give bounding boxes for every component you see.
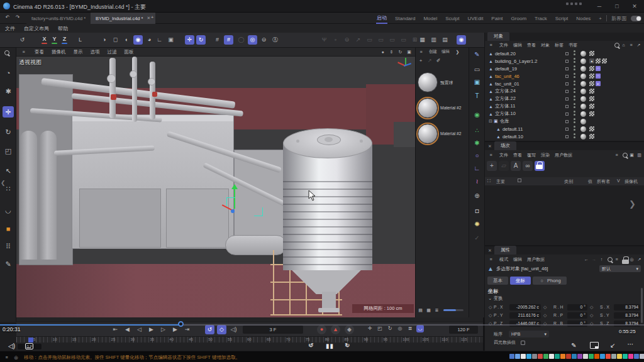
- grid-sm-icon[interactable]: ▦: [425, 307, 432, 314]
- menu-icon[interactable]: ≡: [487, 41, 494, 48]
- folder-icon[interactable]: ▱: [499, 161, 509, 171]
- enable-toggle[interactable]: [565, 112, 569, 116]
- light-icon[interactable]: ✺: [472, 219, 482, 229]
- lock-icon[interactable]: [621, 256, 628, 263]
- pause-button[interactable]: ▮▮: [325, 341, 335, 351]
- rotate-icon[interactable]: ↻: [3, 126, 14, 138]
- auto-take-icon[interactable]: A: [511, 161, 521, 171]
- tri-tag-icon[interactable]: ▲: [589, 58, 594, 63]
- attr-tab-Phong[interactable]: ○Phong: [533, 277, 567, 285]
- band-rotate-icon[interactable]: ↻: [196, 35, 206, 45]
- live-selection-icon[interactable]: ◔: [3, 67, 14, 79]
- object-row[interactable]: ▲building_6_Layer1.2▲: [485, 57, 644, 65]
- tex-tag-icon[interactable]: [589, 126, 594, 131]
- add-icon[interactable]: +: [487, 161, 497, 171]
- tex-tag-icon[interactable]: [589, 104, 594, 109]
- visibility-dots[interactable]: [574, 65, 576, 72]
- layout-tab[interactable]: Model: [423, 14, 438, 23]
- layout-tab[interactable]: Nodes: [575, 14, 591, 23]
- rec-pla-icon[interactable]: ≣: [406, 325, 414, 332]
- menu-icon[interactable]: ≡: [418, 48, 425, 55]
- annotate-icon[interactable]: Ⓐ: [270, 35, 280, 45]
- popout-icon[interactable]: ↗: [636, 256, 643, 263]
- menu-item[interactable]: 文件: [5, 25, 15, 32]
- check-icon[interactable]: ✓: [472, 233, 482, 243]
- more-button[interactable]: ⋯: [625, 339, 636, 349]
- material-item[interactable]: 预置球: [416, 70, 469, 96]
- tex-tag-icon[interactable]: [589, 66, 594, 71]
- column-摄像机[interactable]: 摄像机: [625, 178, 638, 185]
- keyframe-diamond-icon[interactable]: ◇: [489, 313, 494, 318]
- tex-tag-icon[interactable]: [589, 89, 594, 94]
- column-值[interactable]: 值: [588, 178, 592, 185]
- mini-player-button[interactable]: [589, 341, 599, 350]
- visibility-dots[interactable]: [574, 103, 576, 109]
- keyframe-diamond-icon[interactable]: ◇: [543, 305, 548, 310]
- gizmo-z-handle[interactable]: [231, 209, 235, 213]
- visibility-dots[interactable]: [574, 111, 576, 117]
- model-mode-icon[interactable]: ◻: [111, 35, 120, 45]
- solo-icon[interactable]: ●: [379, 48, 386, 55]
- vertex-color-icon[interactable]: ■: [3, 223, 14, 234]
- enable-toggle[interactable]: [565, 75, 569, 78]
- enable-toggle[interactable]: [565, 52, 569, 55]
- home-icon[interactable]: ⌂: [620, 41, 627, 48]
- menu-item[interactable]: 编辑: [441, 49, 450, 55]
- eyedropper-icon[interactable]: ✐: [435, 57, 442, 65]
- cloner-icon[interactable]: ◉: [472, 109, 482, 120]
- next-key-icon[interactable]: ▶: [170, 325, 180, 334]
- phong-tag-icon[interactable]: ◠: [596, 74, 601, 79]
- render-view-icon[interactable]: ▦: [418, 35, 427, 45]
- video-scrubber[interactable]: [178, 321, 184, 327]
- autokey-icon[interactable]: ▲: [331, 325, 340, 334]
- menu-item[interactable]: 编辑: [513, 42, 522, 48]
- enable-toggle[interactable]: [565, 67, 569, 70]
- taskbar-app-icon[interactable]: [577, 354, 582, 359]
- layout-tab[interactable]: Groom: [511, 14, 527, 23]
- text-tool-icon[interactable]: T: [472, 90, 482, 101]
- taskbar-app-icon[interactable]: [583, 354, 588, 359]
- column-main[interactable]: 主要: [496, 178, 505, 185]
- phong-icon[interactable]: ○: [538, 277, 545, 284]
- filter-icon[interactable]: ≡: [628, 41, 635, 48]
- enable-toggle[interactable]: [565, 135, 569, 138]
- material-sphere[interactable]: [418, 124, 438, 144]
- mirror-icon[interactable]: Ψ: [319, 35, 329, 45]
- cube-prim-icon[interactable]: ▣: [472, 77, 482, 87]
- menu-item[interactable]: 覆写: [527, 152, 536, 158]
- coord-field[interactable]: 8.3794: [614, 304, 640, 310]
- popout-icon[interactable]: ↗: [353, 35, 363, 45]
- prev-frame-icon[interactable]: ◁: [135, 325, 144, 334]
- coord-field[interactable]: 8.3794: [614, 321, 640, 327]
- spline-circle-icon[interactable]: ○: [472, 150, 482, 161]
- layout-tab[interactable]: Track: [534, 14, 548, 23]
- column-所有者[interactable]: 所有者: [597, 178, 610, 185]
- taskbar-app-icon[interactable]: [617, 354, 622, 359]
- scrollbar[interactable]: [641, 288, 643, 323]
- menu-item[interactable]: 帮助: [58, 25, 68, 32]
- menu-icon[interactable]: ≡: [3, 354, 10, 361]
- material-thumb[interactable]: [580, 66, 586, 72]
- workplane-lock-icon[interactable]: L: [75, 35, 85, 45]
- popout-icon[interactable]: ↗: [635, 41, 642, 48]
- ghost-icon[interactable]: ◯: [236, 35, 246, 45]
- object-row[interactable]: ▲fac_unit_01▸: [485, 80, 644, 87]
- object-name[interactable]: 立方体.22: [495, 96, 516, 102]
- menu-item[interactable]: 用户数据: [527, 256, 545, 263]
- go-end-icon[interactable]: ⇥: [182, 325, 192, 334]
- taskbar-app-icon[interactable]: [515, 354, 520, 359]
- rec-scale-icon[interactable]: ◰: [376, 325, 384, 332]
- flag-tag-icon[interactable]: ▸: [596, 81, 601, 86]
- coord-field[interactable]: -2005.262 c: [509, 304, 541, 310]
- go-start-icon[interactable]: ⇤: [111, 325, 120, 334]
- magnet-icon[interactable]: ◡: [416, 325, 424, 332]
- tab-attributes[interactable]: 属性: [494, 246, 516, 255]
- object-name[interactable]: default.11: [502, 126, 523, 132]
- taskbar-app-icon[interactable]: [521, 354, 526, 359]
- material-item[interactable]: Material #2: [416, 96, 469, 122]
- object-row[interactable]: ▲立方体.22: [485, 95, 644, 102]
- slot-icon[interactable]: ▭: [387, 35, 397, 45]
- slot-icon[interactable]: ▭: [365, 35, 374, 45]
- spline-arc-icon[interactable]: ◡: [3, 204, 14, 216]
- axis-mod-icon[interactable]: ∟: [472, 163, 482, 173]
